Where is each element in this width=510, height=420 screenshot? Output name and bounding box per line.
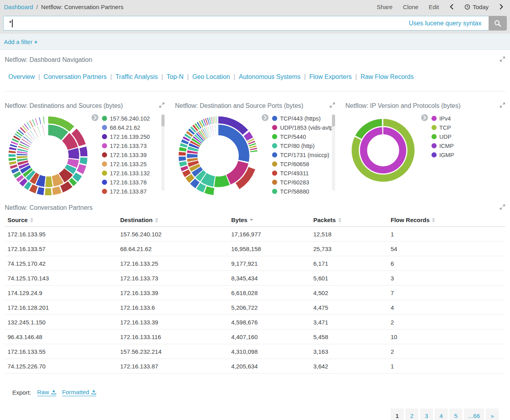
sort-icon <box>155 218 158 222</box>
legend-item-68-64-21-62[interactable]: 68.64.21.62 <box>102 123 165 132</box>
legend-item-tcp-60658[interactable]: TCP/60658 <box>272 159 335 169</box>
nav-link-autonomous-systems[interactable]: Autonomous Systems <box>239 73 301 80</box>
column-label: Packets <box>313 217 336 223</box>
table-panel-title: Netflow: Conversation Partners <box>5 204 92 211</box>
nav-link-conversation-partners[interactable]: Conversation Partners <box>44 73 107 80</box>
column-header-bytes[interactable]: Bytes <box>231 217 313 223</box>
time-range-label: Today <box>473 4 489 10</box>
legend-color-dot <box>272 152 277 157</box>
sort-desc-arrow <box>432 221 435 222</box>
sort-desc-arrow <box>338 221 341 222</box>
legend-color-dot <box>431 116 437 121</box>
nav-link-raw-flow-records[interactable]: Raw Flow Records <box>360 73 414 80</box>
clone-button[interactable]: Clone <box>403 4 418 10</box>
nav-link-traffic-analysis[interactable]: Traffic Analysis <box>115 73 158 80</box>
expand-panel-button[interactable] <box>330 102 335 109</box>
table-cell: 172.16.133.95 <box>8 231 120 238</box>
table-cell: 172.16.133.87 <box>120 363 231 370</box>
column-header-flow-records[interactable]: Flow Records <box>391 217 505 223</box>
table-cell: 172.16.133.57 <box>8 245 120 252</box>
legend-toggle-button[interactable] <box>261 114 269 123</box>
table-cell: 172.16.133.116 <box>120 334 231 340</box>
page-button-1[interactable]: 1 <box>391 408 404 420</box>
legend-item-tcp-5440[interactable]: TCP/5440 <box>272 132 335 141</box>
legend-color-dot <box>102 180 107 185</box>
legend-item-tcp-80-http[interactable]: TCP/80 (http) <box>272 141 335 150</box>
legend-item-172-16-133-87[interactable]: 172.16.133.87 <box>102 187 165 196</box>
edit-button[interactable]: Edit <box>429 4 439 10</box>
column-label: Destination <box>120 217 153 223</box>
legend-item-172-16-133-78[interactable]: 172.16.133.78 <box>102 178 165 187</box>
legend-item-tcp-443-https[interactable]: TCP/443 (https) <box>272 114 335 123</box>
time-picker-button[interactable]: Today <box>464 4 489 10</box>
column-header-source[interactable]: Source <box>8 217 120 223</box>
legend-item-tcp[interactable]: TCP <box>431 123 505 132</box>
separator: | <box>234 73 235 80</box>
sunburst-chart[interactable] <box>345 113 421 188</box>
expand-panel-button[interactable] <box>500 204 505 211</box>
table-cell: 157.56.232.214 <box>120 348 231 355</box>
sort-asc-arrow <box>155 218 158 220</box>
legend-item-tcp-60283[interactable]: TCP/60283 <box>272 178 335 187</box>
legend-item-157-56-240-102[interactable]: 157.56.240.102 <box>102 114 165 123</box>
nav-link-geo-location[interactable]: Geo Location <box>192 73 230 80</box>
legend-scrollbar-thumb[interactable] <box>161 115 165 127</box>
legend-item-172-16-133-132[interactable]: 172.16.133.132 <box>102 169 165 178</box>
search-button[interactable] <box>489 16 507 31</box>
legend-color-dot <box>272 125 277 130</box>
export-formatted-link[interactable]: Formatted <box>62 389 96 396</box>
legend-item-172-16-139-250[interactable]: 172.16.139.250 <box>102 132 165 141</box>
column-label: Source <box>8 217 28 223</box>
time-previous-button[interactable] <box>449 4 454 10</box>
nav-link-top-n[interactable]: Top-N <box>167 73 184 80</box>
page-button-5[interactable]: 5 <box>449 408 462 420</box>
column-header-destination[interactable]: Destination <box>120 217 231 223</box>
legend-item-tcp-49311[interactable]: TCP/49311 <box>272 169 335 178</box>
time-next-button[interactable] <box>499 4 504 10</box>
nav-link-overview[interactable]: Overview <box>8 73 35 80</box>
legend-item-udp[interactable]: UDP <box>431 132 505 141</box>
expand-icon <box>500 204 505 210</box>
page-button-2[interactable]: 2 <box>405 408 418 420</box>
page-button-4[interactable]: 4 <box>435 408 448 420</box>
table-cell: 157.56.240.102 <box>120 231 231 238</box>
sunburst-chart[interactable] <box>5 113 91 199</box>
legend-color-dot <box>272 180 277 185</box>
breadcrumb-dashboard-link[interactable]: Dashboard <box>4 4 33 10</box>
nav-link-flow-exporters[interactable]: Flow Exporters <box>309 73 352 80</box>
legend-toggle-button[interactable] <box>421 114 428 123</box>
column-header-packets[interactable]: Packets <box>313 217 391 223</box>
legend-toggle-button[interactable] <box>91 114 99 123</box>
page-button-66[interactable]: ...66 <box>464 408 484 420</box>
legend-item-udp-1853-vids-avtp[interactable]: UDP/1853 (vids-avtp) <box>272 123 335 132</box>
expand-panel-button[interactable] <box>500 102 505 109</box>
table-cell: 5,601 <box>313 275 391 282</box>
column-label: Flow Records <box>391 217 429 223</box>
expand-panel-button[interactable] <box>159 102 165 109</box>
expand-panel-button[interactable] <box>500 56 505 63</box>
legend-item-tcp-1731-msiccp[interactable]: TCP/1731 (msiccp) <box>272 150 335 159</box>
page-button-[interactable]: » <box>486 408 499 420</box>
lucene-syntax-link[interactable]: Uses lucene query syntax <box>409 20 481 27</box>
legend-item-172-16-133-39[interactable]: 172.16.133.39 <box>102 150 165 159</box>
search-input[interactable]: * Uses lucene query syntax <box>3 16 489 31</box>
sunburst-chart[interactable] <box>175 113 261 199</box>
legend-item-tcp-58880[interactable]: TCP/58880 <box>272 187 335 196</box>
table-cell: 54 <box>391 245 505 252</box>
legend-item-172-16-133-73[interactable]: 172.16.133.73 <box>102 141 165 150</box>
add-filter-button[interactable]: Add a filter + <box>4 38 38 45</box>
share-button[interactable]: Share <box>377 4 393 10</box>
table-cell: 4,475 <box>313 304 391 311</box>
legend-item-ipv4[interactable]: IPv4 <box>431 114 505 123</box>
export-raw-link[interactable]: Raw <box>37 389 56 396</box>
conversation-partners-panel: Netflow: Conversation Partners SourceDes… <box>0 199 510 420</box>
legend-item-icmp[interactable]: ICMP <box>431 141 505 150</box>
legend-label: 172.16.133.25 <box>110 161 147 167</box>
table-cell: 16,958,158 <box>231 245 313 252</box>
expand-icon <box>330 102 335 108</box>
table-cell: 172.16.133.25 <box>120 260 231 267</box>
legend-item-172-16-133-25[interactable]: 172.16.133.25 <box>102 159 165 169</box>
legend-item-igmp[interactable]: IGMP <box>431 150 505 159</box>
page-button-3[interactable]: 3 <box>420 408 433 420</box>
legend-scrollbar-thumb[interactable] <box>332 115 335 127</box>
